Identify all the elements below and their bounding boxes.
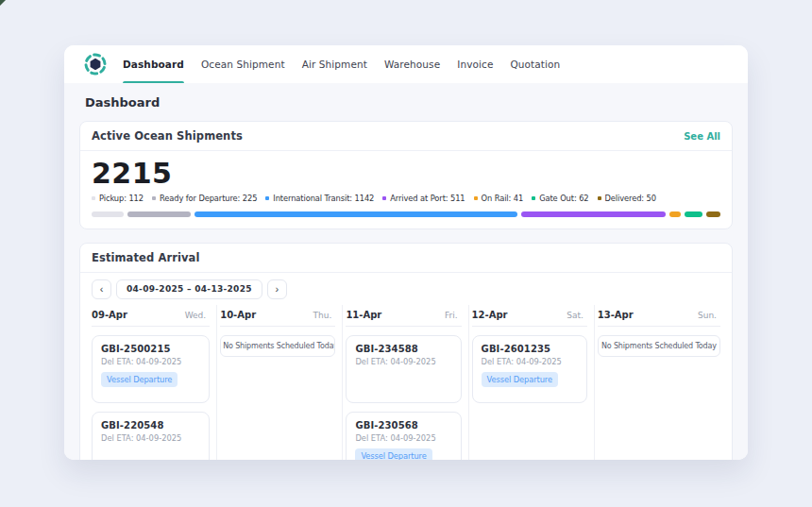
arrival-calendar: 09-Apr Wed. GBI-2500215 Del ETA: 04-09-2… [80,305,732,461]
status-progress-bar [92,211,720,217]
legend-item: On Rail: 41 [474,194,524,203]
nav-items: DashboardOcean ShipmentAir ShipmentWareh… [123,45,560,83]
nav-item-dashboard[interactable]: Dashboard [123,45,184,83]
active-shipments-card: Active Ocean Shipments See All 2215 Pick… [79,121,733,229]
legend-item: International Transit: 1142 [265,194,374,203]
shipment-id: GBI-234588 [355,344,451,354]
legend-label: Arrived at Port: 511 [390,194,465,203]
active-shipments-body: 2215 Pickup: 112 Ready for Departure: 22… [80,151,732,228]
shipment-status-badge: Vessel Departure [101,372,178,387]
status-bar-segment [521,211,666,217]
shipment-eta: Del ETA: 04-09-2025 [101,433,200,443]
shipment-id: GBI-2500215 [101,344,200,354]
legend-item: Arrived at Port: 511 [382,194,465,203]
day-date-label: 09-Apr [92,310,127,320]
nav-item-label: Invoice [457,59,493,70]
date-range-display: 04-09-2025 – 04-13-2025 [116,279,262,299]
legend-item: Pickup: 112 [92,194,144,203]
brand-logo-icon [83,52,108,76]
day-weekday-label: Sat. [567,311,584,320]
active-shipments-title: Active Ocean Shipments [92,129,243,143]
shipment-eta: Del ETA: 04-09-2025 [482,357,578,366]
see-all-link[interactable]: See All [684,131,720,142]
day-header: 13-Apr Sun. [598,305,720,327]
status-dot-icon [382,196,386,200]
page-title: Dashboard [79,83,733,121]
legend-label: On Rail: 41 [482,194,524,203]
nav-item-label: Dashboard [123,59,184,70]
status-dot-icon [152,196,156,200]
nav-item-warehouse[interactable]: Warehouse [384,45,440,83]
empty-day-card: No Shipments Scheduled Today [598,335,720,357]
shipment-id: GBI-220548 [101,420,200,431]
shipment-card[interactable]: GBI-2500215 Del ETA: 04-09-2025 Vessel D… [92,335,210,403]
day-date-label: 13-Apr [598,310,634,320]
prev-date-button[interactable]: ‹ [92,279,111,299]
nav-item-ocean-shipment[interactable]: Ocean Shipment [201,45,285,83]
shipment-card[interactable]: GBI-2601235 Del ETA: 04-09-2025 Vessel D… [472,335,587,403]
nav-item-air-shipment[interactable]: Air Shipment [302,45,367,83]
day-header: 11-Apr Fri. [346,305,461,327]
status-bar-segment [127,211,191,217]
active-shipments-header: Active Ocean Shipments See All [80,122,732,151]
day-date-label: 10-Apr [220,310,256,320]
shipment-eta: Del ETA: 04-09-2025 [355,433,451,443]
legend-label: International Transit: 1142 [273,194,374,203]
nav-item-quotation[interactable]: Quotation [510,45,560,83]
date-navigation: ‹ 04-09-2025 – 04-13-2025 › [80,273,732,305]
day-date-label: 11-Apr [346,310,381,320]
status-dot-icon [598,196,601,200]
shipment-card[interactable]: GBI-234588 Del ETA: 04-09-2025 [346,335,461,403]
shipment-card[interactable]: GBI-220548 Del ETA: 04-09-2025 [92,412,210,461]
shipment-eta: Del ETA: 04-09-2025 [355,357,451,366]
legend-item: Ready for Departure: 225 [152,194,257,203]
status-dot-icon [92,196,95,200]
day-header: 09-Apr Wed. [92,305,210,327]
day-column: 09-Apr Wed. GBI-2500215 Del ETA: 04-09-2… [92,305,217,461]
next-date-button[interactable]: › [267,279,287,299]
status-dot-icon [474,196,478,200]
page-content: Dashboard Active Ocean Shipments See All… [64,83,748,460]
nav-item-label: Quotation [510,59,560,70]
legend-label: Pickup: 112 [99,194,144,203]
day-header: 12-Apr Sat. [472,305,587,327]
day-weekday-label: Wed. [185,311,206,320]
day-weekday-label: Fri. [445,311,458,320]
estimated-arrival-header: Estimated Arrival [80,244,732,273]
nav-item-invoice[interactable]: Invoice [457,45,493,83]
nav-item-label: Air Shipment [302,59,367,70]
day-header: 10-Apr Thu. [220,305,335,327]
status-legend: Pickup: 112 Ready for Departure: 225 Int… [92,194,720,203]
day-weekday-label: Thu. [313,311,332,320]
app-window: DashboardOcean ShipmentAir ShipmentWareh… [64,45,748,460]
status-bar-segment [92,211,124,217]
chevron-left-icon: ‹ [100,284,104,295]
day-date-label: 12-Apr [472,310,508,320]
legend-label: Delivered: 50 [605,194,656,203]
status-bar-segment [669,211,681,217]
chevron-right-icon: › [275,284,279,295]
total-count: 2215 [92,159,720,189]
nav-item-label: Warehouse [384,59,440,70]
estimated-arrival-card: Estimated Arrival ‹ 04-09-2025 – 04-13-2… [79,243,733,461]
empty-day-card: No Shipments Scheduled Today [220,335,335,357]
shipment-eta: Del ETA: 04-09-2025 [101,357,200,366]
top-navbar: DashboardOcean ShipmentAir ShipmentWareh… [64,45,748,83]
legend-item: Delivered: 50 [598,194,656,203]
shipment-id: GBI-230568 [355,420,451,431]
day-column: 10-Apr Thu. No Shipments Scheduled Today [217,305,343,461]
shipment-status-badge: Vessel Departure [482,372,558,387]
nav-item-label: Ocean Shipment [201,59,285,70]
legend-label: Gate Out: 62 [539,194,588,203]
shipment-status-badge: Vessel Departure [355,448,431,461]
day-column: 11-Apr Fri. GBI-234588 Del ETA: 04-09-20… [343,305,468,461]
legend-label: Ready for Departure: 225 [160,194,257,203]
status-bar-segment [685,211,702,217]
day-column: 12-Apr Sat. GBI-2601235 Del ETA: 04-09-2… [469,305,595,461]
shipment-card[interactable]: GBI-230568 Del ETA: 04-09-2025 Vessel De… [346,412,461,461]
status-dot-icon [265,196,269,200]
status-bar-segment [195,211,517,217]
legend-item: Gate Out: 62 [532,194,588,203]
day-weekday-label: Sun. [698,311,717,320]
day-column: 13-Apr Sun. No Shipments Scheduled Today [595,305,720,461]
